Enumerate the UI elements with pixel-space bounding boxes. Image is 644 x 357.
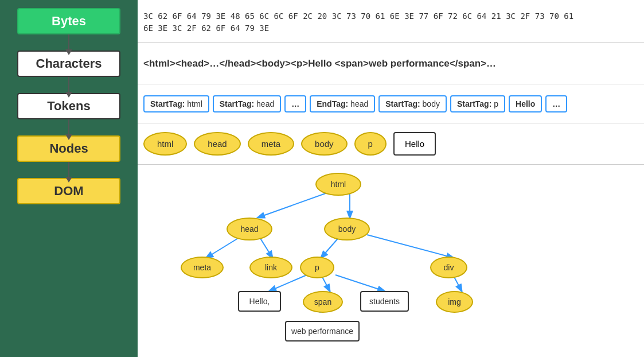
bytes-to-characters-arrow <box>68 34 69 51</box>
token-starttag-head: StartTag: head <box>213 95 281 112</box>
nodes-label: Nodes <box>49 141 88 156</box>
dom-link: link <box>249 257 292 278</box>
dom-p: p <box>300 257 334 278</box>
node-head: head <box>194 132 240 156</box>
bytes-content-row: 3C 62 6F 64 79 3E 48 65 6C 6C 6F 2C 20 3… <box>138 0 644 43</box>
node-meta: meta <box>248 132 294 156</box>
dom-webperf-box: web performance <box>285 321 360 342</box>
nodes-to-dom-arrow <box>68 162 69 178</box>
dom-head: head <box>227 218 272 240</box>
dom-html: html <box>315 173 361 196</box>
characters-content-row: <html><head>…</head><body><p>Hello <span… <box>138 43 644 84</box>
dom-tree: html head body meta link <box>143 170 633 320</box>
dom-body: body <box>324 218 370 240</box>
pipeline: Bytes Characters Tokens Nodes DOM <box>0 0 138 357</box>
node-hello-box: html Hello <box>393 132 436 156</box>
dom-content-row: html head body meta link <box>138 165 644 357</box>
content-area: 3C 62 6F 64 79 3E 48 65 6C 6C 6F 2C 20 3… <box>138 0 644 357</box>
token-starttag-html: StartTag: html <box>143 95 209 112</box>
dom-students-box: students <box>360 291 409 312</box>
token-ellipsis-1: … <box>284 95 306 112</box>
token-hello: Hello <box>509 95 542 112</box>
bytes-text: 3C 62 6F 64 79 3E 48 65 6C 6C 6F 2C 20 3… <box>143 10 573 34</box>
bytes-label: Bytes <box>52 14 86 28</box>
dom-div: div <box>430 257 467 278</box>
tokens-content-row: StartTag: html StartTag: head … EndTag: … <box>138 84 644 123</box>
dom-img: img <box>436 291 473 313</box>
token-starttag-p: StartTag: p <box>450 95 505 112</box>
node-html: html <box>143 132 187 156</box>
tokens-to-nodes-arrow <box>68 119 69 135</box>
tokens-label: Tokens <box>47 99 90 113</box>
bytes-box: Bytes <box>17 8 120 34</box>
dom-hello-box: Hello, <box>238 291 281 312</box>
characters-to-tokens-arrow <box>68 77 69 93</box>
token-endtag-head: EndTag: head <box>310 95 375 112</box>
dom-label: DOM <box>54 184 83 198</box>
dom-meta: meta <box>181 257 224 278</box>
node-p: p <box>354 132 387 156</box>
svg-line-5 <box>367 235 453 258</box>
token-starttag-body: StartTag: body <box>378 95 447 112</box>
token-ellipsis-2: … <box>545 95 567 112</box>
nodes-content-row: html head meta body p html Hello <box>138 123 644 165</box>
node-body: body <box>301 132 348 156</box>
svg-line-8 <box>335 275 384 291</box>
characters-label: Characters <box>36 56 102 71</box>
dom-span: span <box>303 291 343 313</box>
characters-text: <html><head>…</head><body><p>Hello <span… <box>143 58 496 69</box>
main-container: Bytes Characters Tokens Nodes DOM 3C 62 … <box>0 0 644 357</box>
